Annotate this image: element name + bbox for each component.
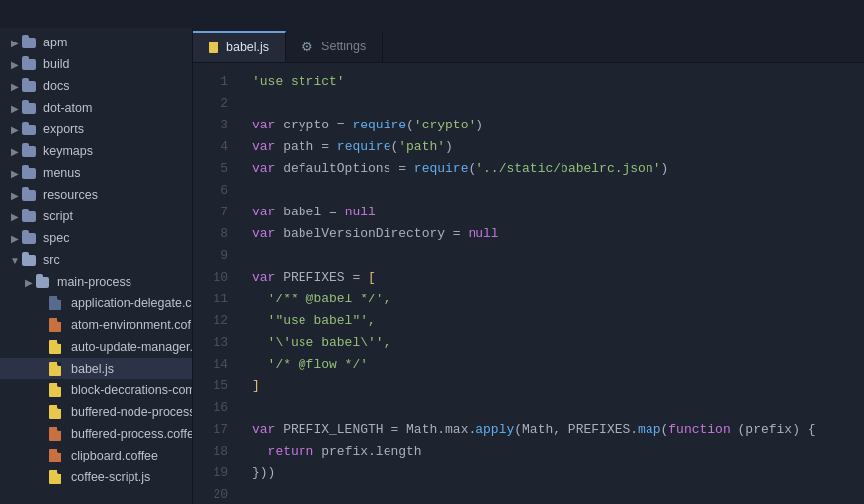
line-number: 17 — [193, 419, 228, 441]
sidebar-item-spec[interactable]: ▶spec — [0, 227, 192, 249]
token-kw: var — [252, 139, 275, 154]
code-line — [252, 180, 864, 202]
token-kw: var — [252, 205, 275, 219]
code-line — [252, 397, 864, 419]
sidebar-item-auto-update-manager[interactable]: auto-update-manager.j… — [0, 336, 192, 358]
folder-arrow-icon: ▶ — [22, 277, 36, 288]
folder-icon — [22, 231, 40, 245]
sidebar-item-main-process[interactable]: ▶main-process — [0, 271, 192, 293]
code-line: var path = require('path') — [252, 136, 864, 158]
folder-arrow-icon: ▶ — [8, 38, 22, 48]
folder-icon — [22, 188, 40, 202]
code-line: '\'use babel\'', — [252, 332, 864, 354]
token-str: '/* @flow */' — [268, 357, 368, 372]
file-icon — [49, 383, 67, 397]
token-plain: defaultOptions = — [275, 161, 413, 176]
sidebar-item-label: buffered-process.coffe… — [71, 427, 193, 441]
line-number: 14 — [193, 354, 228, 376]
folder-arrow-icon: ▶ — [8, 211, 22, 222]
folder-arrow-icon: ▶ — [8, 81, 22, 92]
line-number: 19 — [193, 462, 228, 484]
token-str: '/** @babel */', — [268, 292, 391, 306]
token-fn: require — [337, 139, 391, 154]
folder-arrow-icon: ▶ — [8, 125, 22, 135]
sidebar-item-label: dot-atom — [43, 101, 92, 115]
sidebar-item-label: coffee-script.js — [71, 470, 150, 484]
sidebar-item-label: apm — [43, 36, 67, 49]
line-number: 5 — [193, 158, 228, 180]
tab-settings[interactable]: ⚙Settings — [286, 31, 383, 62]
token-null-kw: null — [468, 226, 498, 241]
sidebar-item-buffered-node-process[interactable]: buffered-node-process… — [0, 401, 192, 423]
token-plain: ( — [406, 118, 414, 132]
sidebar-item-script[interactable]: ▶script — [0, 206, 192, 227]
sidebar-item-label: auto-update-manager.j… — [71, 340, 193, 354]
token-plain — [252, 357, 268, 372]
code-line: '/** @babel */', — [252, 289, 864, 310]
sidebar-item-coffee-script[interactable]: coffee-script.js — [0, 466, 192, 488]
file-icon — [49, 449, 67, 462]
tab-label: babel.js — [226, 41, 269, 54]
line-number: 16 — [193, 397, 228, 419]
sidebar-item-label: babel.js — [71, 362, 114, 376]
tab-babel-js[interactable]: babel.js — [193, 31, 286, 62]
token-plain: PREFIXES = — [275, 270, 368, 285]
tab-bar: babel.js⚙Settings — [193, 28, 864, 63]
folder-arrow-icon: ▶ — [8, 190, 22, 201]
token-str: '"use babel"', — [268, 313, 376, 328]
token-plain — [252, 313, 268, 328]
line-numbers: 1234567891011121314151617181920212223 — [193, 63, 236, 504]
token-kw: var — [252, 422, 275, 437]
file-icon — [49, 340, 67, 354]
sidebar-item-resources[interactable]: ▶resources — [0, 184, 192, 206]
sidebar-item-exports[interactable]: ▶exports — [0, 119, 192, 140]
sidebar-item-label: script — [43, 210, 73, 223]
sidebar-item-menus[interactable]: ▶menus — [0, 162, 192, 184]
token-kw: return — [268, 444, 314, 459]
sidebar-item-keymaps[interactable]: ▶keymaps — [0, 140, 192, 162]
sidebar-item-babel[interactable]: babel.js — [0, 358, 192, 379]
file-icon — [49, 362, 67, 376]
code-content[interactable]: 'use strict' var crypto = require('crypt… — [236, 63, 864, 504]
line-number: 2 — [193, 93, 228, 115]
sidebar-item-block-decorations[interactable]: block-decorations-com… — [0, 379, 192, 401]
line-number: 18 — [193, 441, 228, 462]
sidebar-item-apm[interactable]: ▶apm — [0, 32, 192, 53]
token-str: 'path' — [398, 139, 445, 154]
sidebar-item-docs[interactable]: ▶docs — [0, 75, 192, 97]
code-line: var PREFIXES = [ — [252, 267, 864, 289]
token-str: '\'use babel\'', — [268, 335, 391, 350]
file-icon — [49, 405, 67, 419]
sidebar-item-src[interactable]: ▼src — [0, 249, 192, 271]
sidebar-item-label: exports — [43, 123, 84, 136]
code-line — [252, 245, 864, 267]
folder-arrow-icon: ▼ — [8, 255, 22, 266]
sidebar-item-clipboard-coffee[interactable]: clipboard.coffee — [0, 445, 192, 466]
sidebar-item-label: menus — [43, 166, 81, 180]
code-line: 'use strict' — [252, 71, 864, 93]
token-plain: })) — [252, 465, 275, 480]
sidebar[interactable]: ▶apm▶build▶docs▶dot-atom▶exports▶keymaps… — [0, 28, 193, 504]
folder-icon — [22, 144, 40, 158]
sidebar-item-dot-atom[interactable]: ▶dot-atom — [0, 97, 192, 119]
token-fn: require — [352, 118, 406, 132]
sidebar-item-label: buffered-node-process… — [71, 405, 193, 419]
code-line: var babel = null — [252, 202, 864, 223]
token-str: 'crypto' — [414, 118, 475, 132]
settings-icon: ⚙ — [302, 40, 313, 54]
token-null-kw: null — [345, 205, 376, 219]
sidebar-item-application-delegate[interactable]: application-delegate.c… — [0, 293, 192, 314]
line-number: 1 — [193, 71, 228, 93]
token-kw: var — [252, 161, 275, 176]
token-plain: path = — [275, 139, 336, 154]
sidebar-item-buffered-process[interactable]: buffered-process.coffe… — [0, 423, 192, 445]
sidebar-item-build[interactable]: ▶build — [0, 53, 192, 75]
token-plain: ) — [661, 161, 669, 176]
folder-arrow-icon: ▶ — [8, 59, 22, 70]
token-kw: var — [252, 226, 275, 241]
sidebar-item-label: clipboard.coffee — [71, 449, 158, 462]
code-line: var PREFIX_LENGTH = Math.max.apply(Math,… — [252, 419, 864, 441]
code-line: var crypto = require('crypto') — [252, 115, 864, 136]
sidebar-item-atom-environment[interactable]: atom-environment.cof… — [0, 314, 192, 336]
code-line: var babelVersionDirectory = null — [252, 223, 864, 245]
